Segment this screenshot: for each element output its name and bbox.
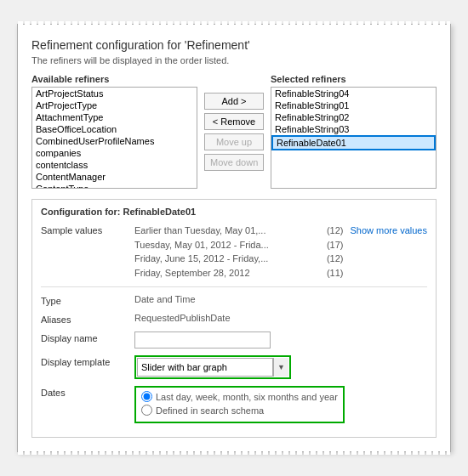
list-item[interactable]: RefinableString02 [271, 111, 436, 123]
sample-line: Friday, September 28, 2012 (11) [134, 266, 344, 280]
remove-button[interactable]: < Remove [204, 113, 264, 130]
dates-option1-label: Last day, week, month, six months and ye… [156, 392, 338, 402]
sample-line: Tuesday, May 01, 2012 - Frida... (17) [134, 238, 344, 252]
dates-wrapper: Last day, week, month, six months and ye… [134, 386, 345, 423]
dialog-title: Refinement configuration for 'Refinement… [31, 38, 437, 52]
sample-count: (12) [327, 252, 344, 266]
select-arrow-icon: ▼ [273, 358, 288, 377]
sample-values-row: Sample values Earlier than Tuesday, May … [41, 224, 427, 280]
dates-option2-radio[interactable] [141, 405, 152, 416]
dialog-subtitle: The refiners will be displayed in the or… [31, 55, 437, 65]
list-item[interactable]: ArtProjectStatus [32, 88, 197, 99]
refiner-action-buttons: Add > < Remove Move up Move down [204, 74, 264, 189]
list-item[interactable]: ArtProjectType [32, 99, 197, 111]
add-button[interactable]: Add > [204, 93, 264, 110]
show-more-values-link[interactable]: Show more values [351, 224, 428, 235]
refinement-configuration-dialog: Refinement configuration for 'Refinement… [17, 24, 451, 452]
display-template-row: Display template Slider with bar graph M… [41, 355, 427, 379]
display-template-value: Slider with bar graph Multi-value refine… [134, 355, 427, 379]
list-item[interactable]: RefinableString01 [271, 99, 436, 111]
sample-line: Friday, June 15, 2012 - Friday,... (12) [134, 252, 344, 266]
display-name-row: Display name [41, 332, 427, 348]
sample-count: (12) [327, 224, 344, 238]
dates-label: Dates [41, 386, 134, 398]
sample-count: (11) [327, 266, 344, 280]
move-up-button[interactable]: Move up [204, 133, 264, 150]
available-refiners-listbox[interactable]: ArtProjectStatus ArtProjectType Attachme… [31, 87, 197, 189]
display-name-value [134, 332, 427, 348]
dates-option2-label: Defined in search schema [156, 405, 264, 416]
dates-option1-row: Last day, week, month, six months and ye… [141, 391, 338, 402]
sample-text: Earlier than Tuesday, May 01,... [134, 224, 265, 238]
sample-line: Earlier than Tuesday, May 01,... (12) [134, 224, 344, 238]
type-row: Type Date and Time [41, 294, 427, 306]
divider [41, 286, 427, 287]
configuration-section: Configuration for: RefinableDate01 Sampl… [31, 199, 437, 438]
aliases-row: Aliases RequestedPublishDate [41, 313, 427, 325]
sample-values-label: Sample values [41, 224, 134, 235]
move-down-button[interactable]: Move down [204, 154, 264, 171]
selected-refiners-label: Selected refiners [271, 74, 437, 84]
type-value: Date and Time [134, 294, 427, 304]
dates-option2-row: Defined in search schema [141, 405, 338, 416]
aliases-label: Aliases [41, 313, 134, 325]
aliases-value: RequestedPublishDate [134, 313, 427, 323]
list-item[interactable]: RefinableString03 [271, 123, 436, 135]
display-name-input[interactable] [134, 332, 271, 348]
template-select-wrapper: Slider with bar graph Multi-value refine… [134, 355, 291, 379]
selected-refiners-listbox[interactable]: RefinableString04 RefinableString01 Refi… [271, 87, 437, 189]
sample-values-list: Earlier than Tuesday, May 01,... (12) Tu… [134, 224, 344, 280]
list-item[interactable]: AttachmentType [32, 111, 197, 123]
sample-count: (17) [327, 238, 344, 252]
list-item[interactable]: CombinedUserProfileNames [32, 135, 197, 147]
type-label: Type [41, 294, 134, 306]
list-item-selected[interactable]: RefinableDate01 [271, 135, 436, 150]
display-template-label: Display template [41, 355, 134, 367]
sample-text: Friday, September 28, 2012 [134, 266, 250, 280]
list-item[interactable]: contentclass [32, 159, 197, 171]
list-item[interactable]: companies [32, 147, 197, 159]
refiner-selection-section: Available refiners ArtProjectStatus ArtP… [31, 74, 437, 189]
sample-text: Friday, June 15, 2012 - Friday,... [134, 252, 268, 266]
available-refiners-label: Available refiners [31, 74, 197, 84]
display-name-label: Display name [41, 332, 134, 343]
dates-row: Dates Last day, week, month, six months … [41, 386, 427, 423]
list-item[interactable]: ContentType [32, 183, 197, 189]
display-template-select[interactable]: Slider with bar graph Multi-value refine… [137, 358, 273, 377]
sample-text: Tuesday, May 01, 2012 - Frida... [134, 238, 269, 252]
dates-options: Last day, week, month, six months and ye… [134, 386, 427, 423]
list-item[interactable]: RefinableString04 [271, 88, 436, 99]
config-title: Configuration for: RefinableDate01 [41, 207, 427, 217]
list-item[interactable]: BaseOfficeLocation [32, 123, 197, 135]
available-refiners-box: Available refiners ArtProjectStatus ArtP… [31, 74, 197, 189]
list-item[interactable]: ContentManager [32, 171, 197, 183]
dates-option1-radio[interactable] [141, 391, 152, 402]
selected-refiners-box: Selected refiners RefinableString04 Refi… [271, 74, 437, 189]
